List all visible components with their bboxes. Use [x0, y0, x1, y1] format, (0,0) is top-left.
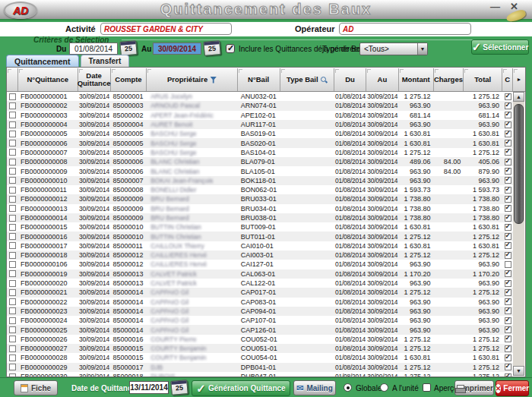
checked-checkbox-icon[interactable]: ✓: [505, 102, 511, 109]
unchecked-checkbox-icon[interactable]: [9, 168, 16, 175]
row-c-checkbox[interactable]: ✓: [502, 241, 513, 250]
unchecked-checkbox-icon[interactable]: [9, 187, 16, 194]
include-checkbox[interactable]: ✓: [226, 44, 235, 53]
checked-checkbox-icon[interactable]: ✓: [505, 270, 511, 277]
row-select-checkbox[interactable]: [7, 241, 18, 250]
checked-checkbox-icon[interactable]: ✓: [505, 112, 511, 118]
row-c-checkbox[interactable]: ✓: [502, 166, 513, 175]
row-c-checkbox[interactable]: ✓: [502, 363, 513, 372]
unchecked-checkbox-icon[interactable]: [9, 270, 16, 277]
row-select-checkbox[interactable]: [7, 194, 18, 203]
row-c-checkbox[interactable]: ✓: [502, 204, 513, 213]
checked-checkbox-icon[interactable]: ✓: [505, 187, 511, 194]
unchecked-checkbox-icon[interactable]: [9, 233, 16, 240]
row-c-checkbox[interactable]: ✓: [502, 157, 513, 166]
unchecked-checkbox-icon[interactable]: [9, 93, 16, 100]
table-row[interactable]: FB000000010630/09/201485000012CAILLIERES…: [7, 260, 513, 269]
unchecked-checkbox-icon[interactable]: [9, 373, 16, 377]
du-date-input[interactable]: 01/08/2014: [69, 43, 118, 55]
row-c-checkbox[interactable]: ✓: [502, 307, 513, 316]
au-date-input[interactable]: 30/09/2014: [153, 43, 201, 55]
checked-checkbox-icon[interactable]: ✓: [505, 205, 511, 212]
row-select-checkbox[interactable]: [7, 166, 18, 175]
unchecked-checkbox-icon[interactable]: [9, 252, 16, 259]
table-row[interactable]: FB000000002130/09/201485000014CAPPAIO Gi…: [7, 288, 513, 297]
table-row[interactable]: FB000000000130/09/201485000001ARUS Jocel…: [7, 92, 513, 101]
row-select-checkbox[interactable]: [7, 288, 18, 297]
globale-radio[interactable]: [344, 383, 352, 392]
table-row[interactable]: FB000000002230/09/201485000014CAPPAIO Gi…: [7, 298, 513, 307]
row-select-checkbox[interactable]: [7, 213, 18, 222]
table-row[interactable]: FB000000003030/09/201485000018DUBOISDUB0…: [7, 372, 513, 377]
header-du[interactable]: Du: [334, 68, 366, 91]
checked-checkbox-icon[interactable]: ✓: [505, 373, 511, 377]
table-row[interactable]: FB000000000730/09/201485000005BASCHU Ser…: [7, 148, 513, 157]
table-row[interactable]: FB000000000330/09/201485000002APERT Jean…: [7, 111, 513, 120]
unchecked-checkbox-icon[interactable]: [9, 112, 16, 118]
minimize-button[interactable]: —: [490, 2, 500, 11]
row-c-checkbox[interactable]: ✓: [502, 344, 513, 353]
table-row[interactable]: FB000000002930/09/201485000017DJBDPB041-…: [7, 363, 513, 372]
checked-checkbox-icon[interactable]: ✓: [505, 159, 511, 165]
row-select-checkbox[interactable]: [7, 138, 18, 147]
row-c-checkbox[interactable]: ✓: [502, 298, 513, 307]
row-select-checkbox[interactable]: [7, 316, 18, 325]
unchecked-checkbox-icon[interactable]: [9, 149, 16, 156]
du-calendar-icon[interactable]: 25: [119, 40, 138, 56]
row-select-checkbox[interactable]: [7, 111, 18, 120]
apercu-checkbox[interactable]: [423, 383, 431, 392]
row-c-checkbox[interactable]: ✓: [502, 176, 513, 185]
row-c-checkbox[interactable]: ✓: [502, 288, 513, 297]
row-select-checkbox[interactable]: [7, 344, 18, 353]
row-select-checkbox[interactable]: [7, 307, 18, 316]
unchecked-checkbox-icon[interactable]: [9, 177, 16, 184]
footer-calendar-icon[interactable]: 25: [170, 380, 188, 395]
row-c-checkbox[interactable]: ✓: [502, 138, 513, 147]
checked-checkbox-icon[interactable]: ✓: [505, 326, 511, 333]
scroll-up-icon[interactable]: ▲: [513, 92, 524, 102]
header-select-col[interactable]: [7, 68, 18, 91]
row-c-checkbox[interactable]: ✓: [502, 335, 513, 344]
row-c-checkbox[interactable]: ✓: [502, 148, 513, 157]
checked-checkbox-icon[interactable]: ✓: [505, 336, 511, 342]
checked-checkbox-icon[interactable]: ✓: [505, 131, 511, 137]
row-c-checkbox[interactable]: ✓: [502, 111, 513, 120]
table-row[interactable]: FB000000000530/09/201485000005BASCHU Ser…: [7, 129, 513, 138]
row-c-checkbox[interactable]: ✓: [502, 232, 513, 241]
header-total[interactable]: Total: [464, 68, 502, 91]
table-row[interactable]: FB000000001630/09/201485000010BUTTIN Chr…: [7, 232, 513, 241]
table-row[interactable]: FB000000002430/09/201485000014CAPPAIO Gi…: [7, 316, 513, 325]
checked-checkbox-icon[interactable]: ✓: [505, 289, 511, 296]
row-c-checkbox[interactable]: ✓: [502, 372, 513, 377]
row-c-checkbox[interactable]: ✓: [502, 250, 513, 260]
unchecked-checkbox-icon[interactable]: [9, 159, 16, 165]
checked-checkbox-icon[interactable]: ✓: [505, 345, 511, 352]
row-c-checkbox[interactable]: ✓: [502, 101, 513, 110]
au-calendar-icon[interactable]: 25: [203, 40, 221, 56]
tab-transfert[interactable]: Transfert: [81, 55, 130, 67]
table-row[interactable]: FB000000001130/09/201485000008BONELLI Di…: [7, 185, 513, 194]
table-row[interactable]: FB000000001330/09/201485000009BRU Bernar…: [7, 204, 513, 213]
operator-input[interactable]: AD: [339, 23, 471, 35]
table-row[interactable]: FB000000002030/09/201485000013CALVET Pat…: [7, 279, 513, 288]
table-row[interactable]: FB000000002730/09/201485000015COURTY Ben…: [7, 344, 513, 353]
row-select-checkbox[interactable]: [7, 372, 18, 377]
unchecked-checkbox-icon[interactable]: [9, 102, 16, 109]
row-c-checkbox[interactable]: ✓: [502, 194, 513, 203]
row-select-checkbox[interactable]: [7, 204, 18, 213]
fermer-button[interactable]: ✕ Fermer: [496, 380, 529, 396]
unchecked-checkbox-icon[interactable]: [9, 140, 16, 147]
header-scroll-arrow-icon[interactable]: ►: [513, 68, 525, 91]
header-c[interactable]: C: [502, 68, 513, 91]
checked-checkbox-icon[interactable]: ✓: [505, 354, 511, 361]
row-select-checkbox[interactable]: [7, 335, 18, 344]
row-c-checkbox[interactable]: ✓: [502, 222, 513, 232]
scroll-down-icon[interactable]: ▼: [513, 366, 524, 376]
table-row[interactable]: FB000000001030/09/201485000007BOKAI Jean…: [7, 176, 513, 185]
row-select-checkbox[interactable]: [7, 222, 18, 232]
row-select-checkbox[interactable]: [7, 298, 18, 307]
row-c-checkbox[interactable]: ✓: [502, 279, 513, 288]
row-select-checkbox[interactable]: [7, 260, 18, 269]
row-c-checkbox[interactable]: ✓: [502, 269, 513, 279]
header-montant[interactable]: Montant: [399, 68, 434, 91]
